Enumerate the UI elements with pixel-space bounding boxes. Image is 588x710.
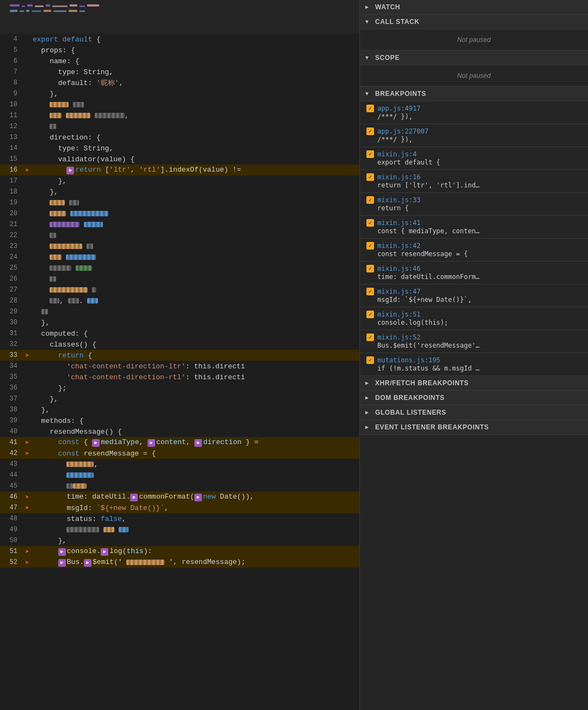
code-line-31: 31 computed: { [0, 328, 359, 339]
bp-checkbox[interactable] [366, 265, 374, 272]
line-content: type: String, [33, 144, 359, 153]
watch-section-header[interactable]: ▶ Watch [360, 0, 588, 15]
breakpoint-item[interactable]: mixin.js:46 time: dateUtil.commonForm… [360, 262, 588, 284]
call-stack-section-header[interactable]: ▼ Call Stack [360, 15, 588, 29]
line-number: 9 [0, 90, 22, 98]
line-number: 29 [0, 308, 22, 315]
breakpoint-item[interactable]: mixin.js:42 const resendMessage = { [360, 239, 588, 262]
code-line-29: 29 [0, 306, 359, 317]
code-line-22: 22 [0, 230, 359, 241]
svg-rect-0 [10, 4, 20, 7]
bp-checkbox[interactable] [366, 242, 374, 250]
breakpoint-item[interactable]: mutations.js:195 if (!m.status && m.msgI… [360, 353, 588, 376]
breakpoint-arrow: ➤ [25, 438, 29, 447]
code-line-44: 44 [0, 470, 359, 481]
svg-rect-2 [27, 4, 33, 7]
bp-checkbox[interactable] [366, 105, 374, 112]
line-content: }, [33, 319, 359, 327]
code-line-34: 34 'chat-content-direction-ltr': this.di… [0, 361, 359, 372]
bp-code: console.log(this); [377, 319, 581, 326]
line-number: 38 [0, 406, 22, 414]
svg-rect-6 [70, 4, 77, 7]
bp-checkbox[interactable] [366, 173, 374, 181]
line-number: 49 [0, 526, 22, 533]
line-content: classes() { [33, 341, 359, 349]
line-number: 16 [0, 166, 22, 174]
breakpoint-item[interactable]: mixin.js:33 return { [360, 193, 588, 216]
code-line-6: 6 name: { [0, 56, 359, 66]
breakpoint-item[interactable]: app.js:227007 /***/ }), [360, 124, 588, 147]
line-number: 7 [0, 68, 22, 76]
breakpoint-arrow: ➤ [25, 166, 29, 175]
code-line-52: 52➤ ▶Bus.▶$emit(' ', resendMessage); [0, 557, 359, 568]
bp-location: mixin.js:52 [377, 333, 420, 341]
breakpoint-header-row: mixin.js:4 [366, 150, 581, 158]
line-number: 43 [0, 460, 22, 468]
svg-rect-7 [79, 5, 85, 7]
svg-rect-15 [69, 10, 77, 12]
code-line-8: 8 default: '昵称', [0, 77, 359, 88]
breakpoints-section-header[interactable]: ▼ Breakpoints [360, 87, 588, 101]
bp-checkbox[interactable] [366, 333, 374, 341]
bp-checkbox[interactable] [366, 288, 374, 295]
code-line-16: 16➤ ▶return ['ltr', 'rtl'].indexOf(value… [0, 165, 359, 175]
breakpoint-item[interactable]: mixin.js:41 const { mediaType, conten… [360, 216, 588, 239]
bp-checkbox[interactable] [366, 311, 374, 318]
bp-code: if (!m.status && m.msgId … [377, 365, 581, 372]
bp-checkbox[interactable] [366, 219, 374, 227]
breakpoint-header-row: mutations.js:195 [366, 356, 581, 364]
line-content [33, 242, 359, 251]
bp-checkbox[interactable] [366, 128, 374, 135]
code-line-21: 21 [0, 219, 359, 230]
event-listener-breakpoints-header[interactable]: ▶ Event Listener Breakpoints [360, 420, 588, 435]
code-line-17: 17 }, [0, 175, 359, 186]
line-number: 6 [0, 57, 22, 65]
global-listeners-header[interactable]: ▶ Global Listeners [360, 405, 588, 420]
line-content: , [33, 460, 359, 469]
bp-checkbox[interactable] [366, 356, 374, 364]
line-number: 33 [0, 351, 22, 359]
code-line-15: 15 validator(value) { [0, 154, 359, 165]
line-content: status: false, [33, 515, 359, 523]
code-line-45: 45 [0, 481, 359, 491]
line-number: 11 [0, 112, 22, 119]
breakpoint-item[interactable]: mixin.js:4 export default { [360, 147, 588, 170]
line-number: 22 [0, 232, 22, 239]
arrow-indicator: ➤ [22, 438, 33, 447]
code-line-27: 27 [0, 284, 359, 295]
arrow-indicator: ➤ [22, 449, 33, 458]
line-number: 36 [0, 384, 22, 392]
svg-rect-8 [87, 4, 99, 7]
bp-checkbox[interactable] [366, 196, 374, 204]
breakpoint-item[interactable]: mixin.js:47 msgId: `${+new Date()}`, [360, 284, 588, 307]
breakpoint-item[interactable]: app.js:4917 /***/ }), [360, 101, 588, 124]
breakpoint-item[interactable]: mixin.js:51 console.log(this); [360, 307, 588, 330]
line-number: 21 [0, 221, 22, 228]
line-number: 13 [0, 133, 22, 141]
line-content [33, 275, 359, 283]
bp-checkbox[interactable] [366, 150, 374, 158]
code-line-39: 39 methods: { [0, 415, 359, 426]
breakpoint-header-row: app.js:227007 [366, 128, 581, 135]
breakpoint-item[interactable]: mixin.js:16 return ['ltr', 'rtl'].ind… [360, 170, 588, 193]
line-number: 34 [0, 362, 22, 370]
debug-panel: ▶ Watch ▼ Call Stack Not paused ▼ Scope … [359, 0, 588, 710]
line-number: 50 [0, 537, 22, 544]
line-number: 47 [0, 504, 22, 512]
breakpoint-header-row: mixin.js:51 [366, 311, 581, 318]
line-number: 52 [0, 559, 22, 566]
breakpoint-item[interactable]: mixin.js:52 Bus.$emit('resendMessage'… [360, 330, 588, 353]
bp-location: mixin.js:16 [377, 173, 420, 181]
breakpoint-header-row: mixin.js:52 [366, 333, 581, 341]
line-content: name: { [33, 57, 359, 65]
xhr-breakpoints-header[interactable]: ▶ XHR/fetch Breakpoints [360, 376, 588, 391]
line-content: const resendMessage = { [33, 450, 359, 458]
line-content [33, 232, 359, 240]
code-line-40: 40 resendMessage() { [0, 426, 359, 437]
dom-chevron: ▶ [365, 395, 372, 401]
dom-breakpoints-header[interactable]: ▶ DOM Breakpoints [360, 391, 588, 405]
scope-section-header[interactable]: ▼ Scope [360, 51, 588, 65]
svg-rect-1 [22, 5, 25, 7]
line-content [33, 199, 359, 207]
code-line-18: 18 }, [0, 186, 359, 197]
